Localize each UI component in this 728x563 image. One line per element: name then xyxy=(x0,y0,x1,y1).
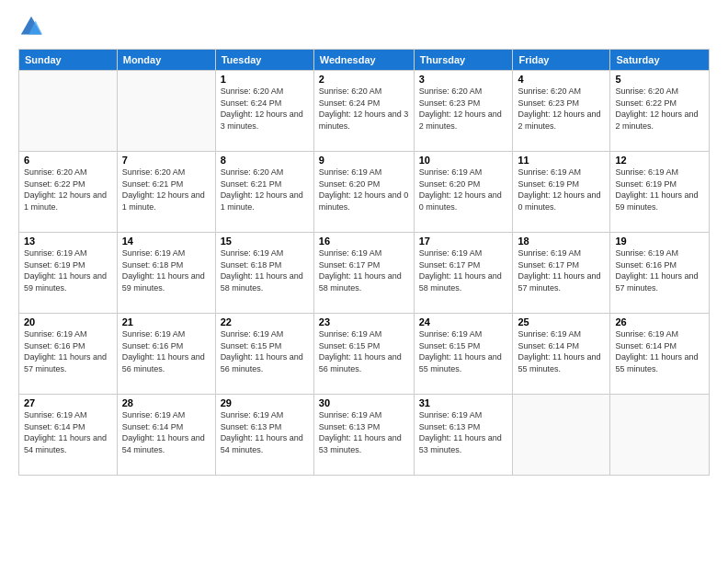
weekday-header-saturday: Saturday xyxy=(610,50,710,71)
day-number: 29 xyxy=(221,397,309,408)
day-number: 23 xyxy=(319,316,409,327)
day-number: 31 xyxy=(419,397,508,408)
day-number: 10 xyxy=(419,155,508,166)
day-info: Sunrise: 6:19 AM Sunset: 6:15 PM Dayligh… xyxy=(221,328,309,374)
day-number: 14 xyxy=(122,236,210,247)
calendar-cell: 15Sunrise: 6:19 AM Sunset: 6:18 PM Dayli… xyxy=(215,233,313,314)
calendar-week-4: 20Sunrise: 6:19 AM Sunset: 6:16 PM Dayli… xyxy=(19,314,710,395)
calendar-cell: 29Sunrise: 6:19 AM Sunset: 6:13 PM Dayli… xyxy=(215,395,313,476)
calendar-cell xyxy=(19,71,118,152)
calendar-cell xyxy=(117,71,215,152)
day-info: Sunrise: 6:19 AM Sunset: 6:19 PM Dayligh… xyxy=(518,167,605,213)
day-info: Sunrise: 6:19 AM Sunset: 6:18 PM Dayligh… xyxy=(122,247,210,293)
calendar-cell xyxy=(610,395,710,476)
calendar-cell: 26Sunrise: 6:19 AM Sunset: 6:14 PM Dayli… xyxy=(610,314,710,395)
calendar-table: SundayMondayTuesdayWednesdayThursdayFrid… xyxy=(18,49,710,476)
day-number: 20 xyxy=(24,316,112,327)
calendar-cell: 10Sunrise: 6:19 AM Sunset: 6:20 PM Dayli… xyxy=(414,152,513,233)
day-info: Sunrise: 6:19 AM Sunset: 6:14 PM Dayligh… xyxy=(518,328,605,374)
calendar-cell: 21Sunrise: 6:19 AM Sunset: 6:16 PM Dayli… xyxy=(117,314,215,395)
calendar-cell: 1Sunrise: 6:20 AM Sunset: 6:24 PM Daylig… xyxy=(215,71,313,152)
calendar-cell: 5Sunrise: 6:20 AM Sunset: 6:22 PM Daylig… xyxy=(610,71,710,152)
weekday-header-friday: Friday xyxy=(513,50,610,71)
day-info: Sunrise: 6:19 AM Sunset: 6:14 PM Dayligh… xyxy=(122,409,210,455)
day-number: 18 xyxy=(518,236,605,247)
calendar-cell: 2Sunrise: 6:20 AM Sunset: 6:24 PM Daylig… xyxy=(313,71,414,152)
calendar-cell: 31Sunrise: 6:19 AM Sunset: 6:13 PM Dayli… xyxy=(414,395,513,476)
day-info: Sunrise: 6:19 AM Sunset: 6:20 PM Dayligh… xyxy=(419,167,508,213)
day-number: 16 xyxy=(319,236,409,247)
day-number: 27 xyxy=(24,397,112,408)
day-info: Sunrise: 6:19 AM Sunset: 6:13 PM Dayligh… xyxy=(221,409,309,455)
calendar-cell: 9Sunrise: 6:19 AM Sunset: 6:20 PM Daylig… xyxy=(313,152,414,233)
day-info: Sunrise: 6:20 AM Sunset: 6:21 PM Dayligh… xyxy=(122,167,210,213)
day-info: Sunrise: 6:20 AM Sunset: 6:22 PM Dayligh… xyxy=(615,86,704,132)
calendar-cell: 6Sunrise: 6:20 AM Sunset: 6:22 PM Daylig… xyxy=(19,152,118,233)
calendar-cell: 18Sunrise: 6:19 AM Sunset: 6:17 PM Dayli… xyxy=(513,233,610,314)
calendar-cell: 12Sunrise: 6:19 AM Sunset: 6:19 PM Dayli… xyxy=(610,152,710,233)
day-info: Sunrise: 6:20 AM Sunset: 6:24 PM Dayligh… xyxy=(319,86,409,132)
day-info: Sunrise: 6:20 AM Sunset: 6:23 PM Dayligh… xyxy=(518,86,605,132)
calendar-cell: 24Sunrise: 6:19 AM Sunset: 6:15 PM Dayli… xyxy=(414,314,513,395)
day-number: 9 xyxy=(319,155,409,166)
calendar-week-3: 13Sunrise: 6:19 AM Sunset: 6:19 PM Dayli… xyxy=(19,233,710,314)
calendar-cell xyxy=(513,395,610,476)
day-number: 8 xyxy=(221,155,309,166)
weekday-header-thursday: Thursday xyxy=(414,50,513,71)
day-number: 7 xyxy=(122,155,210,166)
weekday-header-monday: Monday xyxy=(117,50,215,71)
day-info: Sunrise: 6:19 AM Sunset: 6:16 PM Dayligh… xyxy=(615,247,704,293)
calendar-cell: 20Sunrise: 6:19 AM Sunset: 6:16 PM Dayli… xyxy=(19,314,118,395)
day-number: 26 xyxy=(615,316,704,327)
calendar-week-2: 6Sunrise: 6:20 AM Sunset: 6:22 PM Daylig… xyxy=(19,152,710,233)
day-info: Sunrise: 6:20 AM Sunset: 6:24 PM Dayligh… xyxy=(221,86,309,132)
calendar-cell: 16Sunrise: 6:19 AM Sunset: 6:17 PM Dayli… xyxy=(313,233,414,314)
day-number: 1 xyxy=(221,74,309,85)
day-info: Sunrise: 6:19 AM Sunset: 6:19 PM Dayligh… xyxy=(615,167,704,213)
day-info: Sunrise: 6:19 AM Sunset: 6:15 PM Dayligh… xyxy=(419,328,508,374)
day-number: 22 xyxy=(221,316,309,327)
day-number: 4 xyxy=(518,74,605,85)
weekday-header-tuesday: Tuesday xyxy=(215,50,313,71)
calendar-cell: 3Sunrise: 6:20 AM Sunset: 6:23 PM Daylig… xyxy=(414,71,513,152)
calendar-cell: 30Sunrise: 6:19 AM Sunset: 6:13 PM Dayli… xyxy=(313,395,414,476)
day-info: Sunrise: 6:19 AM Sunset: 6:17 PM Dayligh… xyxy=(419,247,508,293)
calendar-cell: 19Sunrise: 6:19 AM Sunset: 6:16 PM Dayli… xyxy=(610,233,710,314)
calendar-cell: 25Sunrise: 6:19 AM Sunset: 6:14 PM Dayli… xyxy=(513,314,610,395)
calendar-cell: 27Sunrise: 6:19 AM Sunset: 6:14 PM Dayli… xyxy=(19,395,118,476)
day-number: 2 xyxy=(319,74,409,85)
day-number: 3 xyxy=(419,74,508,85)
day-number: 19 xyxy=(615,236,704,247)
calendar-cell: 8Sunrise: 6:20 AM Sunset: 6:21 PM Daylig… xyxy=(215,152,313,233)
calendar-cell: 14Sunrise: 6:19 AM Sunset: 6:18 PM Dayli… xyxy=(117,233,215,314)
calendar-cell: 4Sunrise: 6:20 AM Sunset: 6:23 PM Daylig… xyxy=(513,71,610,152)
day-info: Sunrise: 6:20 AM Sunset: 6:21 PM Dayligh… xyxy=(221,167,309,213)
day-number: 24 xyxy=(419,316,508,327)
calendar-cell: 13Sunrise: 6:19 AM Sunset: 6:19 PM Dayli… xyxy=(19,233,118,314)
day-info: Sunrise: 6:19 AM Sunset: 6:14 PM Dayligh… xyxy=(24,409,112,455)
calendar-cell: 11Sunrise: 6:19 AM Sunset: 6:19 PM Dayli… xyxy=(513,152,610,233)
calendar-week-1: 1Sunrise: 6:20 AM Sunset: 6:24 PM Daylig… xyxy=(19,71,710,152)
day-info: Sunrise: 6:20 AM Sunset: 6:22 PM Dayligh… xyxy=(24,167,112,213)
day-number: 28 xyxy=(122,397,210,408)
day-number: 17 xyxy=(419,236,508,247)
day-info: Sunrise: 6:19 AM Sunset: 6:19 PM Dayligh… xyxy=(24,247,112,293)
calendar-week-5: 27Sunrise: 6:19 AM Sunset: 6:14 PM Dayli… xyxy=(19,395,710,476)
day-info: Sunrise: 6:19 AM Sunset: 6:15 PM Dayligh… xyxy=(319,328,409,374)
day-info: Sunrise: 6:19 AM Sunset: 6:14 PM Dayligh… xyxy=(615,328,704,374)
calendar-header-row: SundayMondayTuesdayWednesdayThursdayFrid… xyxy=(19,50,710,71)
calendar-cell: 23Sunrise: 6:19 AM Sunset: 6:15 PM Dayli… xyxy=(313,314,414,395)
weekday-header-wednesday: Wednesday xyxy=(313,50,414,71)
logo-icon xyxy=(18,14,44,40)
day-number: 30 xyxy=(319,397,409,408)
day-number: 15 xyxy=(221,236,309,247)
day-number: 6 xyxy=(24,155,112,166)
weekday-header-sunday: Sunday xyxy=(19,50,118,71)
day-info: Sunrise: 6:19 AM Sunset: 6:16 PM Dayligh… xyxy=(122,328,210,374)
day-info: Sunrise: 6:19 AM Sunset: 6:17 PM Dayligh… xyxy=(518,247,605,293)
day-number: 5 xyxy=(615,74,704,85)
logo xyxy=(18,14,48,40)
day-info: Sunrise: 6:19 AM Sunset: 6:20 PM Dayligh… xyxy=(319,167,409,213)
day-info: Sunrise: 6:20 AM Sunset: 6:23 PM Dayligh… xyxy=(419,86,508,132)
day-info: Sunrise: 6:19 AM Sunset: 6:13 PM Dayligh… xyxy=(419,409,508,455)
